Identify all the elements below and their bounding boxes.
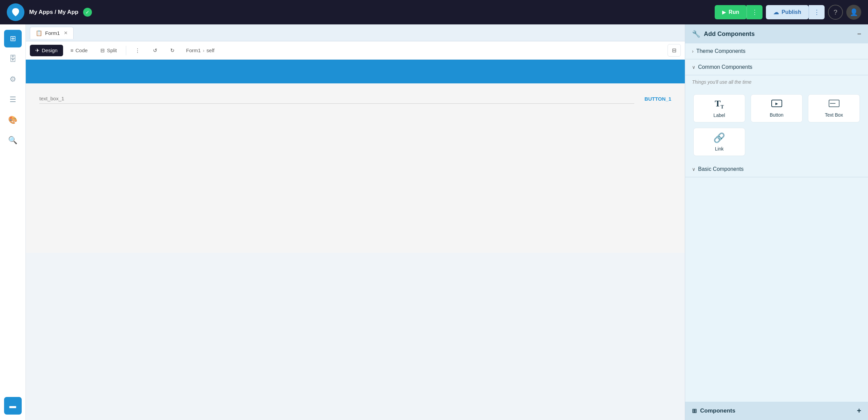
toolbar: ✈ Design ≡ Code ⊟ Split ⋮ ↺ ↻ Form1 — [26, 41, 685, 60]
canvas-inner: BUTTON_1 — [26, 60, 685, 253]
panel-collapse-button[interactable]: − — [857, 30, 861, 38]
basic-components-label: Basic Components — [698, 166, 744, 172]
sidebar-item-database[interactable]: 🗄 — [4, 50, 22, 68]
sidebar-bottom-icon: ▬ — [9, 402, 16, 410]
sidebar-item-pages[interactable]: ⊞ — [4, 30, 22, 47]
canvas-header-bar — [26, 60, 685, 83]
breadcrumb-form-label: Form1 — [186, 47, 201, 53]
undo-button[interactable]: ↺ — [148, 45, 163, 56]
breadcrumb-self-label: self — [207, 47, 214, 53]
common-chevron-icon: ∨ — [692, 64, 695, 70]
link-component-label: Link — [715, 146, 724, 152]
split-button[interactable]: ⊟ Split — [95, 45, 122, 56]
sidebar-item-settings[interactable]: ⚙ — [4, 71, 22, 88]
textbox-component-label: Text Box — [825, 112, 843, 118]
user-avatar[interactable]: 👤 — [846, 5, 861, 20]
component-button[interactable]: ▶ Button — [751, 94, 803, 122]
undo-icon: ↺ — [153, 47, 157, 54]
toolbar-right: ⊟ — [668, 44, 681, 57]
more-options-button[interactable]: ⋮ — [130, 45, 146, 56]
tab-form1-icon: 📋 — [36, 30, 42, 36]
component-label[interactable]: TT Label — [693, 94, 745, 122]
components-panel-icon: ⊞ — [692, 407, 697, 415]
app-body: ⊞ 🗄 ⚙ ☰ 🎨 🔍 ▬ 📋 Form1 ✕ — [0, 24, 868, 420]
canvas-form-row: BUTTON_1 — [39, 94, 671, 104]
panel-spacer — [685, 177, 868, 402]
play-icon: ▶ — [722, 9, 726, 15]
add-components-title: Add Components — [704, 31, 755, 38]
textbox-component-icon — [829, 99, 840, 109]
more-options-icon: ⋮ — [135, 47, 140, 54]
help-button[interactable]: ? — [828, 5, 843, 20]
list-icon: ☰ — [9, 95, 16, 104]
run-more-button[interactable]: ⋮ — [747, 5, 763, 19]
add-components-header: 🔧 Add Components − — [685, 24, 868, 43]
common-components-grid: TT Label ▶ Button Text Box — [685, 89, 868, 128]
link-components-row: 🔗 Link — [685, 128, 868, 161]
button-1[interactable]: BUTTON_1 — [644, 96, 671, 102]
label-component-icon: TT — [715, 99, 724, 110]
design-button[interactable]: ✈ Design — [30, 45, 63, 56]
svg-text:▶: ▶ — [775, 102, 778, 105]
right-panel: 🔧 Add Components − › Theme Components ∨ … — [685, 24, 868, 420]
breadcrumb: My Apps / My App — [29, 9, 78, 16]
left-sidebar: ⊞ 🗄 ⚙ ☰ 🎨 🔍 ▬ — [0, 24, 26, 420]
run-group: ▶ Run ⋮ — [715, 5, 763, 19]
app-header: My Apps / My App ✓ ▶ Run ⋮ ☁ Publish ⋮ ?… — [0, 0, 868, 24]
app-logo[interactable] — [7, 3, 24, 21]
code-button[interactable]: ≡ Code — [65, 45, 93, 56]
split-icon: ⊟ — [100, 47, 105, 54]
tab-form1-label: Form1 — [45, 30, 60, 36]
run-button[interactable]: ▶ Run — [715, 5, 747, 19]
common-components-label: Common Components — [698, 64, 752, 70]
header-right: ▶ Run ⋮ ☁ Publish ⋮ ? 👤 — [715, 5, 861, 20]
header-left: My Apps / My App ✓ — [7, 3, 92, 21]
theme-components-section[interactable]: › Theme Components — [685, 43, 868, 59]
basic-chevron-icon: ∨ — [692, 166, 695, 172]
component-textbox[interactable]: Text Box — [808, 94, 860, 122]
sidebar-item-theme[interactable]: 🎨 — [4, 111, 22, 129]
canvas-body[interactable]: BUTTON_1 — [26, 83, 685, 253]
cloud-upload-icon: ☁ — [773, 9, 779, 16]
publish-more-button[interactable]: ⋮ — [809, 5, 825, 19]
sidebar-bottom-action[interactable]: ▬ — [4, 397, 22, 415]
pages-icon: ⊞ — [10, 34, 16, 43]
code-icon: ≡ — [71, 47, 74, 53]
publish-group: ☁ Publish ⋮ — [766, 5, 825, 19]
tab-form1[interactable]: 📋 Form1 ✕ — [30, 27, 74, 39]
main-area: 📋 Form1 ✕ ✈ Design ≡ Code ⊟ Split ⋮ — [26, 24, 685, 420]
status-check-icon: ✓ — [83, 8, 92, 17]
canvas-area: BUTTON_1 — [26, 60, 685, 420]
components-panel-label: Components — [700, 407, 735, 414]
wrench-icon: 🔧 — [692, 30, 700, 38]
theme-components-label: Theme Components — [696, 48, 746, 54]
components-panel-left: ⊞ Components — [692, 407, 735, 415]
basic-components-section[interactable]: ∨ Basic Components — [685, 161, 868, 177]
redo-button[interactable]: ↻ — [165, 45, 180, 56]
text-box-1[interactable] — [39, 94, 634, 104]
tab-bar: 📋 Form1 ✕ — [26, 24, 685, 41]
common-components-section[interactable]: ∨ Common Components — [685, 59, 868, 75]
breadcrumb-arrow: › — [203, 47, 205, 53]
button-component-icon: ▶ — [771, 99, 782, 109]
database-icon: 🗄 — [9, 55, 17, 63]
components-panel-add-button[interactable]: + — [857, 406, 861, 415]
panel-header-left: 🔧 Add Components — [692, 30, 755, 38]
design-icon: ✈ — [35, 47, 40, 54]
sidebar-item-search[interactable]: 🔍 — [4, 132, 22, 149]
redo-icon: ↻ — [170, 47, 175, 54]
layout-icon: ⊟ — [672, 47, 676, 53]
canvas-breadcrumb: Form1 › self — [186, 47, 215, 53]
search-icon: 🔍 — [8, 136, 17, 145]
component-link[interactable]: 🔗 Link — [693, 128, 745, 156]
button-component-label: Button — [770, 112, 783, 118]
theme-icon: 🎨 — [8, 116, 17, 124]
avatar-icon: 👤 — [850, 8, 858, 16]
layout-toggle-button[interactable]: ⊟ — [668, 44, 681, 57]
label-component-label: Label — [713, 113, 725, 118]
tab-form1-close[interactable]: ✕ — [64, 30, 68, 36]
components-bottom-panel: ⊞ Components + — [685, 402, 868, 420]
publish-button[interactable]: ☁ Publish — [766, 5, 809, 19]
sidebar-item-list[interactable]: ☰ — [4, 91, 22, 108]
link-component-icon: 🔗 — [713, 132, 725, 143]
